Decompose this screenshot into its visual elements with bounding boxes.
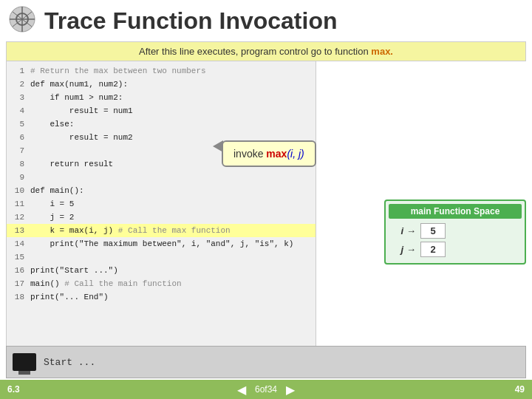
line-number: 12 <box>10 213 24 222</box>
line-number: 6 <box>10 133 24 142</box>
line-text: if num1 > num2: <box>30 93 123 102</box>
line-text: print("... End") <box>30 293 109 301</box>
console-area: Start ... <box>6 346 526 378</box>
nav-section: 6.3 <box>7 384 52 395</box>
code-line-12: 12 j = 2 <box>7 211 316 224</box>
subtitle-bar: After this line executes, program contro… <box>6 41 526 61</box>
function-space-title: main Function Space <box>389 204 522 219</box>
line-number: 15 <box>10 253 24 262</box>
line-number: 16 <box>10 266 24 275</box>
var-arrow-j: → <box>406 244 416 255</box>
line-number: 10 <box>10 186 24 195</box>
line-number: 13 <box>10 226 24 235</box>
line-number: 1 <box>10 66 24 75</box>
nav-next-button[interactable]: ▶ <box>286 383 295 397</box>
line-text: print("Start ...") <box>30 266 118 275</box>
line-number: 11 <box>10 200 24 208</box>
code-line-2: 2def max(num1, num2): <box>7 78 316 91</box>
line-text: j = 2 <box>30 213 74 222</box>
line-text: i = 5 <box>30 200 74 208</box>
line-text: print("The maximum between", i, "and", j… <box>30 239 293 248</box>
nav-prev-button[interactable]: ◀ <box>237 383 246 397</box>
code-line-4: 4 result = num1 <box>7 104 316 117</box>
nav-bar: 6.3 ◀ 6of34 ▶ 49 <box>0 380 532 399</box>
code-line-9: 9 <box>7 171 316 184</box>
function-space: main Function Space i → 5 j → 2 <box>384 200 526 265</box>
var-name-i: i <box>389 225 403 236</box>
code-line-1: 1# Return the max between two numbers <box>7 64 316 78</box>
code-line-18: 18print("... End") <box>7 290 316 304</box>
line-number: 7 <box>10 146 24 155</box>
line-number: 5 <box>10 120 24 129</box>
var-name-j: j <box>389 244 403 255</box>
line-number: 17 <box>10 279 24 288</box>
line-text: result = num2 <box>30 133 133 142</box>
code-area: 1# Return the max between two numbers2de… <box>6 61 316 347</box>
nav-center: ◀ 6of34 ▶ <box>52 383 480 397</box>
var-value-j: 2 <box>420 242 446 257</box>
line-number: 3 <box>10 93 24 102</box>
line-text: main() # Call the main function <box>30 279 182 288</box>
console-output: Start ... <box>44 357 95 368</box>
line-number: 8 <box>10 160 24 168</box>
code-line-15: 15 <box>7 250 316 264</box>
line-text: result = num1 <box>30 106 133 115</box>
line-text: return result <box>30 160 113 168</box>
line-text: else: <box>30 120 74 129</box>
line-text: k = max(i, j) # Call the max function <box>30 226 231 235</box>
var-value-i: 5 <box>420 223 446 239</box>
var-arrow-i: → <box>406 225 416 236</box>
code-line-16: 16print("Start ...") <box>7 264 316 277</box>
line-number: 18 <box>10 293 24 301</box>
var-row-i: i → 5 <box>389 223 522 239</box>
var-row-j: j → 2 <box>389 242 522 257</box>
terminal-icon <box>13 353 36 371</box>
line-number: 9 <box>10 173 24 182</box>
code-line-3: 3 if num1 > num2: <box>7 91 316 104</box>
nav-right: 49 <box>480 384 525 395</box>
line-number: 2 <box>10 80 24 89</box>
line-text: # Return the max between two numbers <box>30 66 206 75</box>
line-text: def main(): <box>30 186 84 195</box>
invoke-args: (i, j) <box>287 148 304 160</box>
line-text: def max(num1, num2): <box>30 80 128 89</box>
nav-page-info: 6of34 <box>255 384 277 395</box>
code-line-17: 17main() # Call the main function <box>7 277 316 290</box>
code-line-14: 14 print("The maximum between", i, "and"… <box>7 237 316 250</box>
invoke-function: max <box>266 148 287 160</box>
code-line-5: 5 else: <box>7 117 316 131</box>
invoke-prefix: invoke <box>233 148 266 160</box>
subtitle-text: After this line executes, program contro… <box>139 46 369 57</box>
code-line-13: 13 k = max(i, j) # Call the max function <box>7 224 316 237</box>
nav-total: 49 <box>515 384 525 395</box>
subtitle-highlight: max. <box>371 46 393 57</box>
page-title: Trace Function Invocation <box>44 7 338 35</box>
invoke-bubble: invoke max(i, j) <box>222 140 316 167</box>
code-line-10: 10def main(): <box>7 184 316 197</box>
code-line-11: 11 i = 5 <box>7 197 316 211</box>
course-logo <box>9 6 35 33</box>
line-number: 4 <box>10 106 24 115</box>
line-number: 14 <box>10 239 24 248</box>
